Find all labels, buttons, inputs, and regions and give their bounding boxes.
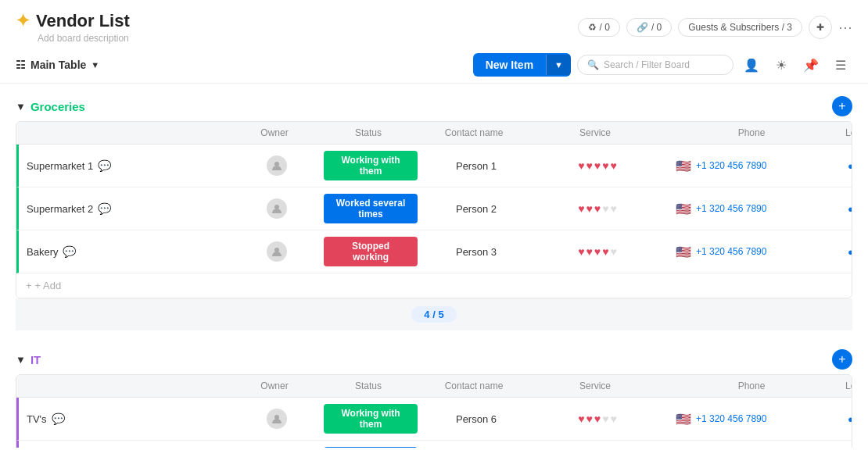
table-row: Supermarket 2 💬 Worked several times Per… — [16, 188, 852, 230]
status-badge[interactable]: Working with them — [324, 151, 418, 180]
status-cell: Working with them — [316, 145, 425, 187]
col-header-2: Status — [314, 122, 423, 144]
column-headers: OwnerStatusContact nameServicePhoneLocat… — [16, 375, 852, 398]
location-cell: ● New York Public Library - Step... — [840, 197, 852, 221]
col-header-4: Service — [525, 122, 665, 144]
table-row: Computers 💬 Worked several times Person … — [16, 441, 852, 448]
share-icon: ✦ — [16, 11, 30, 31]
heart-icon: ♥ — [610, 245, 616, 258]
avatar — [267, 155, 287, 176]
board-description[interactable]: Add board description — [38, 33, 130, 44]
more-options-button[interactable]: ⋯ — [838, 19, 852, 36]
location-cell: ● 5th Avenue, NY, New York, USA — [840, 240, 852, 264]
integrations-icon: 🔗 — [637, 22, 648, 33]
heart-icon: ♥ — [610, 159, 616, 172]
location-icon: ● — [848, 203, 852, 215]
main-table-label: Main Table — [30, 59, 86, 71]
header: ✦ Vendor List Add board description ♻ / … — [0, 0, 868, 47]
row-name-cell: TV's 💬 — [19, 406, 238, 431]
owner-cell — [238, 402, 316, 435]
table-row: Supermarket 1 💬 Working with them Person… — [16, 145, 852, 188]
heart-icon: ♥ — [586, 412, 593, 425]
heart-icon: ♥ — [586, 245, 593, 258]
new-item-dropdown-arrow[interactable]: ▼ — [546, 55, 571, 75]
content-area: ▼ Groceries +OwnerStatusContact nameServ… — [0, 84, 868, 448]
service-cell: ♥♥♥♥♥ — [527, 153, 668, 178]
phone-number[interactable]: +1 320 456 7890 — [696, 246, 766, 257]
comment-icon[interactable]: 💬 — [98, 159, 111, 172]
heart-icon: ♥ — [578, 159, 584, 172]
row-name: Supermarket 2 — [27, 203, 93, 215]
status-badge[interactable]: Working with them — [324, 404, 418, 434]
status-cell: Worked several times — [316, 188, 425, 230]
location-cell: ● 5th Avenue, New York, NY, USA — [840, 154, 852, 178]
phone-number[interactable]: +1 320 456 7890 — [696, 203, 766, 214]
owner-cell — [238, 192, 316, 225]
service-cell: ♥♥♥♥♥ — [527, 239, 668, 264]
contact-name: Person 1 — [456, 160, 497, 172]
service-cell: ♥♥♥♥♥ — [527, 196, 668, 221]
owner-cell — [238, 445, 316, 448]
table-row: Bakery 💬 Stopped working Person 3 ♥♥♥♥♥ … — [16, 230, 852, 273]
location-icon: ● — [848, 160, 852, 172]
comment-icon[interactable]: 💬 — [52, 412, 65, 425]
avatar — [267, 198, 287, 219]
phone-number[interactable]: +1 320 456 7890 — [696, 160, 766, 171]
integrations-label: / 0 — [651, 22, 662, 33]
col-header-5: Phone — [665, 375, 838, 397]
invite-button[interactable]: ✚ — [809, 16, 832, 39]
comment-icon[interactable]: 💬 — [98, 202, 111, 215]
heart-icon: ♥ — [610, 412, 616, 425]
automations-button[interactable]: ♻ / 0 — [578, 18, 620, 37]
contact-name: Person 2 — [456, 203, 497, 215]
location-cell: ● Champion Pizza 5th Avenue, ... — [840, 407, 852, 431]
group-chevron-icon[interactable]: ▼ — [16, 101, 26, 112]
header-right: ♻ / 0 🔗 / 0 Guests & Subscribers / 3 ✚ ⋯ — [578, 16, 852, 39]
new-item-button[interactable]: New Item ▼ — [473, 53, 571, 77]
row-name: Supermarket 1 — [27, 160, 93, 172]
row-name-cell: Bakery 💬 — [19, 239, 238, 264]
integrations-button[interactable]: 🔗 / 0 — [626, 18, 672, 37]
filter-icon-button[interactable]: ☰ — [829, 53, 852, 77]
status-badge[interactable]: Worked several times — [324, 194, 418, 223]
col-header-4: Service — [525, 375, 665, 397]
heart-icon: ♥ — [578, 202, 584, 215]
row-name-cell: Supermarket 2 💬 — [19, 196, 238, 221]
phone-number[interactable]: +1 320 456 7890 — [696, 413, 766, 424]
add-row-button[interactable]: ++ Add — [16, 273, 852, 298]
add-column-button[interactable]: + — [832, 349, 852, 370]
contact-cell: Person 3 — [425, 240, 527, 264]
search-box[interactable]: 🔍 Search / Filter Board — [577, 55, 733, 75]
main-table-button[interactable]: ☷ Main Table ▼ — [16, 59, 99, 71]
groups-container: ▼ Groceries +OwnerStatusContact nameServ… — [16, 96, 852, 448]
status-badge[interactable]: Stopped working — [324, 237, 418, 266]
status-badge[interactable]: Worked several times — [324, 447, 418, 448]
toolbar-right: New Item ▼ 🔍 Search / Filter Board 👤 ☀ 📌… — [473, 53, 852, 77]
toolbar-left: ☷ Main Table ▼ — [16, 59, 99, 71]
plus-icon: + — [26, 280, 32, 291]
comment-icon[interactable]: 💬 — [63, 245, 76, 258]
add-column-button[interactable]: + — [832, 96, 852, 116]
flag-icon: 🇺🇸 — [676, 159, 691, 173]
row-name: TV's — [27, 413, 47, 425]
guests-button[interactable]: Guests & Subscribers / 3 — [678, 18, 802, 37]
automations-label: / 0 — [600, 22, 610, 33]
phone-cell: 🇺🇸 +1 320 456 7890 — [668, 405, 840, 433]
phone-cell: 🇺🇸 +1 320 456 7890 — [668, 238, 840, 266]
contact-cell: Person 2 — [425, 197, 527, 221]
toolbar: ☷ Main Table ▼ New Item ▼ 🔍 Search / Fil… — [0, 47, 868, 84]
group-it: ▼ IT +OwnerStatusContact nameServicePhon… — [16, 349, 852, 448]
status-cell: Worked several times — [316, 441, 425, 448]
phone-cell: 🇺🇸 +1 320 456 7890 — [668, 195, 840, 223]
eye-icon-button[interactable]: ☀ — [769, 53, 793, 77]
pin-icon-button[interactable]: 📌 — [799, 53, 823, 77]
heart-icon: ♥ — [586, 202, 593, 215]
guests-label: Guests & Subscribers / 3 — [688, 22, 792, 33]
heart-icon: ♥ — [578, 412, 584, 425]
heart-icon: ♥ — [578, 245, 584, 258]
col-header-0 — [16, 375, 235, 397]
person-icon-button[interactable]: 👤 — [740, 53, 763, 77]
col-header-1: Owner — [235, 375, 314, 397]
group-chevron-icon[interactable]: ▼ — [16, 354, 26, 366]
group-header: ▼ Groceries + — [16, 96, 852, 116]
